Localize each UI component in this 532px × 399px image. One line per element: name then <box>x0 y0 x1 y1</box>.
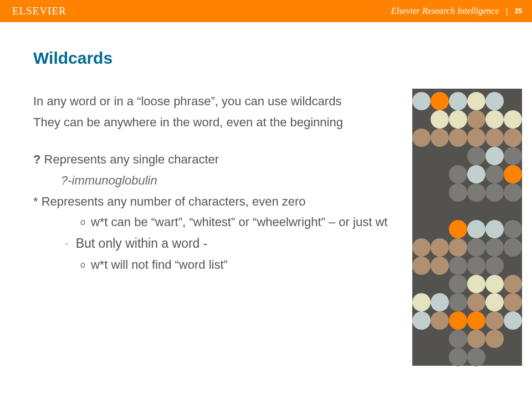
dot-tan <box>449 238 467 257</box>
dot-none <box>412 110 431 129</box>
dot-cream <box>485 110 504 129</box>
dot-tan <box>431 311 449 330</box>
dot-none <box>431 348 449 366</box>
paragraph-2: They can be anywhere in the word, even a… <box>33 114 388 131</box>
dot-tan <box>504 129 522 147</box>
subbullet-2-text: But only within a word - <box>76 235 208 252</box>
dot-lightblue <box>412 311 431 330</box>
dot-lightblue <box>449 92 467 110</box>
dot-none <box>431 183 449 202</box>
dot-row <box>412 110 522 129</box>
dot-none <box>504 257 522 275</box>
dot-gray <box>467 257 485 275</box>
dot-row <box>412 202 522 220</box>
subbullet-1: o w*t can be “wart”, “whitest” or “wheel… <box>33 214 388 231</box>
dot-tan <box>467 129 485 147</box>
bullet-circle-icon: o <box>80 214 85 231</box>
dot-row <box>412 129 522 147</box>
page-number: 25 <box>515 7 522 15</box>
dot-none <box>504 348 522 366</box>
dot-gray <box>485 165 504 183</box>
header-bar: ELSEVIER Elsevier Research Intelligence … <box>0 0 532 22</box>
dot-row <box>412 147 522 165</box>
dot-orange <box>449 311 467 330</box>
dot-none <box>485 348 504 366</box>
dot-tan <box>485 129 504 147</box>
subbullet-3-text: w*t will not find “word list” <box>91 257 228 273</box>
header-right: Elsevier Research Intelligence | 25 <box>391 6 522 16</box>
dot-row <box>412 330 522 348</box>
dot-cream <box>485 275 504 293</box>
dot-lightblue <box>412 92 431 110</box>
dot-gray <box>449 275 467 293</box>
bullet-circle-icon-2: o <box>80 257 85 273</box>
dot-none <box>431 330 449 348</box>
bullet-dash-icon: - <box>65 235 68 252</box>
dot-cream <box>431 110 449 129</box>
dot-tan <box>431 238 449 257</box>
dot-none <box>412 330 431 348</box>
dot-none <box>412 147 431 165</box>
slide-title: Wildcards <box>33 49 388 68</box>
dot-lightblue <box>467 220 485 238</box>
dot-lightblue <box>467 165 485 183</box>
subbullet-3: o w*t will not find “word list” <box>33 257 388 273</box>
main-text: Wildcards In any word or in a “loose phr… <box>33 49 388 278</box>
dot-tan <box>412 257 431 275</box>
dot-gray <box>504 147 522 165</box>
dot-tan <box>431 129 449 147</box>
dot-gray <box>485 183 504 202</box>
dot-none <box>431 165 449 183</box>
dot-lightblue <box>485 92 504 110</box>
dot-lightblue <box>504 311 522 330</box>
dot-orange <box>504 165 522 183</box>
dot-lightblue <box>485 147 504 165</box>
dot-gray <box>449 348 467 366</box>
dot-none <box>485 202 504 220</box>
dot-tan <box>485 311 504 330</box>
dot-lightblue <box>431 293 449 311</box>
dot-gray <box>504 183 522 202</box>
dot-gray <box>504 238 522 257</box>
dot-row <box>412 311 522 330</box>
dot-tan <box>449 129 467 147</box>
dot-none <box>504 92 522 110</box>
dot-row <box>412 183 522 202</box>
dot-cream <box>467 92 485 110</box>
dot-none <box>412 275 431 293</box>
dot-none <box>504 202 522 220</box>
dot-none <box>431 275 449 293</box>
dot-row <box>412 348 522 366</box>
example-1: ?-immunoglobulin <box>33 172 388 189</box>
header-divider: | <box>505 6 508 16</box>
dot-cream <box>467 275 485 293</box>
dot-gray <box>467 238 485 257</box>
paragraph-3-rest: Represents any single character <box>40 152 219 166</box>
dot-lightblue <box>485 220 504 238</box>
subbullet-2: - But only within a word - <box>33 235 388 252</box>
dot-orange <box>449 220 467 238</box>
dot-none <box>412 165 431 183</box>
dot-orange <box>431 92 449 110</box>
dot-gray <box>504 220 522 238</box>
dot-tan <box>412 238 431 257</box>
dot-row <box>412 220 522 238</box>
dot-row <box>412 165 522 183</box>
dot-none <box>449 147 467 165</box>
question-mark-bold: ? <box>33 152 40 166</box>
dot-tan <box>467 110 485 129</box>
dot-cream <box>485 293 504 311</box>
dot-none <box>504 330 522 348</box>
dot-tan <box>412 129 431 147</box>
dot-none <box>431 220 449 238</box>
paragraph-5: * Represents any number of characters, e… <box>33 193 388 210</box>
dot-gray <box>467 348 485 366</box>
dot-gray <box>449 293 467 311</box>
dot-tan <box>467 293 485 311</box>
dot-row <box>412 293 522 311</box>
dot-none <box>412 183 431 202</box>
dot-none <box>431 202 449 220</box>
dot-none <box>449 202 467 220</box>
dot-tan <box>504 293 522 311</box>
dot-none <box>431 147 449 165</box>
